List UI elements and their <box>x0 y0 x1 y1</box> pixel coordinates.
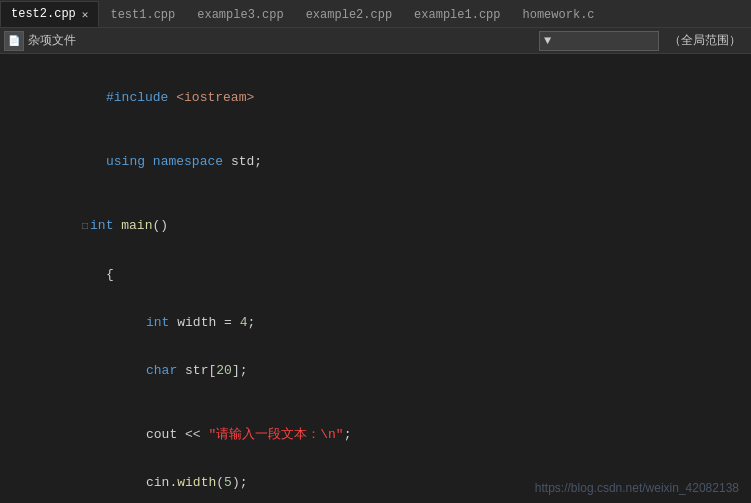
toolbar-file-label: 杂项文件 <box>28 32 76 49</box>
toolbar: 📄 杂项文件 ▼ （全局范围） <box>0 28 751 54</box>
toolbar-right: ▼ （全局范围） <box>539 31 747 51</box>
toolbar-left: 📄 杂项文件 <box>4 31 539 51</box>
tab-example2cpp[interactable]: example2.cpp <box>295 1 403 27</box>
code-line-3 <box>0 122 751 138</box>
tab-example3cpp[interactable]: example3.cpp <box>186 1 294 27</box>
tab-example1cpp[interactable]: example1.cpp <box>403 1 511 27</box>
tab-label: test1.cpp <box>110 8 175 22</box>
tab-test1cpp[interactable]: test1.cpp <box>99 1 186 27</box>
code-area[interactable]: #include <iostream> using namespace std; <box>0 54 751 503</box>
tab-label: example1.cpp <box>414 8 500 22</box>
code-lines: #include <iostream> using namespace std; <box>0 58 751 503</box>
file-icon: 📄 <box>8 35 20 47</box>
code-line-10 <box>0 395 751 411</box>
code-line-11: cout << "请输入一段文本：\n"; <box>0 411 751 459</box>
tab-homeworkc[interactable]: homework.c <box>512 1 606 27</box>
tab-bar: test2.cpp ✕ test1.cpp example3.cpp examp… <box>0 0 751 28</box>
code-line-4: using namespace std; <box>0 138 751 186</box>
code-line-9: char str[20]; <box>0 347 751 395</box>
code-line-2: #include <iostream> <box>0 74 751 122</box>
code-line-8: int width = 4; <box>0 299 751 347</box>
tab-label: homework.c <box>523 8 595 22</box>
tab-label: example3.cpp <box>197 8 283 22</box>
file-icon-btn[interactable]: 📄 <box>4 31 24 51</box>
watermark: https://blog.csdn.net/weixin_42082138 <box>535 481 739 495</box>
code-line-5 <box>0 186 751 202</box>
editor-container: #include <iostream> using namespace std; <box>0 54 751 503</box>
code-line-6: □int main() <box>0 202 751 251</box>
tab-label: test2.cpp <box>11 7 76 21</box>
scope-dropdown-arrow: ▼ <box>544 34 551 48</box>
scope-dropdown[interactable]: ▼ <box>539 31 659 51</box>
code-line-1 <box>0 58 751 74</box>
tab-test2cpp[interactable]: test2.cpp ✕ <box>0 1 99 27</box>
scope-label: （全局范围） <box>663 32 747 49</box>
tab-label: example2.cpp <box>306 8 392 22</box>
code-line-7: { <box>0 251 751 299</box>
close-tab-icon[interactable]: ✕ <box>82 8 89 21</box>
